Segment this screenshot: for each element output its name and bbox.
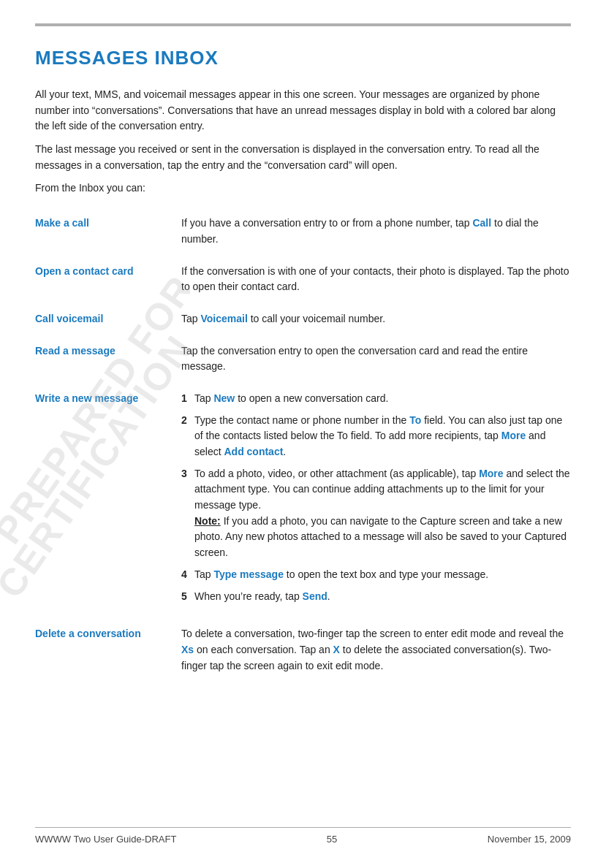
footer-left: WWWW Two User Guide-DRAFT bbox=[35, 834, 176, 845]
write-message-steps: 1 Tap New to open a new conversation car… bbox=[181, 391, 571, 604]
intro-paragraph-2: The last message you received or sent in… bbox=[35, 142, 571, 173]
page: MESSAGES INBOX All your text, MMS, and v… bbox=[0, 0, 606, 868]
from-inbox-text: From the Inbox you can: bbox=[35, 180, 571, 197]
footer-center: 55 bbox=[327, 834, 337, 845]
feature-row-read-message: Read a message Tap the conversation entr… bbox=[35, 338, 571, 385]
feature-row-open-contact: Open a contact card If the conversation … bbox=[35, 258, 571, 305]
type-message-link: Type message bbox=[213, 568, 283, 580]
feature-desc-write-message: 1 Tap New to open a new conversation car… bbox=[181, 385, 571, 620]
new-link: New bbox=[213, 392, 235, 404]
footer-right: November 15, 2009 bbox=[488, 834, 571, 845]
feature-desc-make-call: If you have a conversation entry to or f… bbox=[181, 210, 571, 257]
call-link: Call bbox=[472, 217, 491, 229]
feature-row-write-message: Write a new message 1 Tap New to open a … bbox=[35, 385, 571, 620]
intro-paragraph-1: All your text, MMS, and voicemail messag… bbox=[35, 87, 571, 134]
write-step-3: 3 To add a photo, video, or other attach… bbox=[181, 466, 571, 561]
add-contact-link: Add contact bbox=[224, 446, 283, 457]
feature-label-open-contact: Open a contact card bbox=[35, 258, 181, 305]
footer: WWWW Two User Guide-DRAFT 55 November 15… bbox=[35, 827, 571, 845]
feature-label-call-voicemail: Call voicemail bbox=[35, 305, 181, 338]
feature-desc-read-message: Tap the conversation entry to open the c… bbox=[181, 338, 571, 385]
feature-label-write-message: Write a new message bbox=[35, 385, 181, 620]
write-step-5: 5 When you’re ready, tap Send. bbox=[181, 589, 571, 605]
feature-label-read-message: Read a message bbox=[35, 338, 181, 385]
feature-row-call-voicemail: Call voicemail Tap Voicemail to call you… bbox=[35, 305, 571, 338]
to-link: To bbox=[409, 414, 421, 426]
voicemail-link: Voicemail bbox=[200, 313, 247, 324]
feature-desc-delete-conversation: To delete a conversation, two-finger tap… bbox=[181, 620, 571, 684]
more-link-1: More bbox=[501, 430, 526, 441]
write-step-2: 2 Type the contact name or phone number … bbox=[181, 413, 571, 460]
x-link: X bbox=[333, 644, 340, 655]
send-link: Send bbox=[303, 590, 327, 602]
feature-row-delete-conversation: Delete a conversation To delete a conver… bbox=[35, 620, 571, 684]
more-link-2: More bbox=[479, 468, 503, 479]
note-label: Note: bbox=[194, 515, 221, 527]
feature-desc-call-voicemail: Tap Voicemail to call your voicemail num… bbox=[181, 305, 571, 338]
feature-label-make-call: Make a call bbox=[35, 210, 181, 257]
write-step-4: 4 Tap Type message to open the text box … bbox=[181, 567, 571, 583]
xs-link: Xs bbox=[181, 644, 194, 655]
write-step-1: 1 Tap New to open a new conversation car… bbox=[181, 391, 571, 407]
feature-label-delete-conversation: Delete a conversation bbox=[35, 620, 181, 684]
features-table: Make a call If you have a conversation e… bbox=[35, 210, 571, 684]
feature-row-make-call: Make a call If you have a conversation e… bbox=[35, 210, 571, 257]
feature-desc-open-contact: If the conversation is with one of your … bbox=[181, 258, 571, 305]
page-title: MESSAGES INBOX bbox=[35, 47, 571, 69]
top-border bbox=[35, 23, 571, 26]
